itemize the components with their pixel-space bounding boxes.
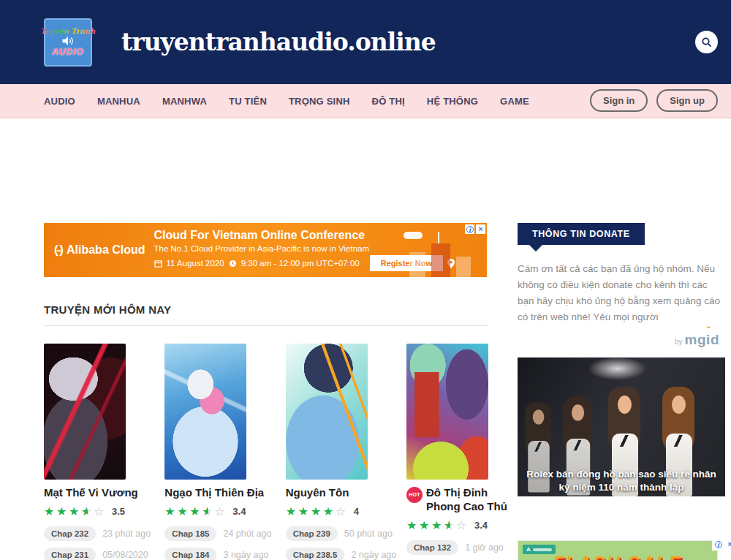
main-column: (-) Alibaba Cloud Cloud For Vietnam Onli… <box>44 223 488 560</box>
ad-close-icon[interactable]: × <box>725 540 731 549</box>
logo-text-audio: AUDIO <box>52 47 84 57</box>
chapter-row: Chap 184 3 ngày ago <box>164 548 281 560</box>
nav-items: AUDIO MANHUA MANHWA TU TIÊN TRỌNG SINH Đ… <box>44 94 529 107</box>
chapter-time: 23 phút ago <box>102 529 151 539</box>
star-icon: ★ <box>164 506 177 518</box>
mgid-logo[interactable]: mgidˇ <box>685 332 719 347</box>
ad-choice-controls: i × <box>712 538 731 550</box>
nav-item-tu-tiên[interactable]: TU TIÊN <box>229 96 267 107</box>
nav-item-manhwa[interactable]: MANHWA <box>162 96 207 107</box>
donate-ribbon: THÔNG TIN DONATE <box>518 223 645 245</box>
mgid-attribution: bymgidˇ <box>518 332 725 348</box>
comic-title[interactable]: Mạt Thế Vi Vương <box>44 486 155 500</box>
chapter-badge[interactable]: Chap 185 <box>164 526 216 541</box>
star-icon: ★ <box>286 506 298 518</box>
comic-title[interactable]: HOT Đô Thị Đỉnh Phong Cao Thủ <box>406 486 518 514</box>
banner-title: Cloud For Vietnam Online Conference <box>154 229 455 242</box>
star-rating: ★★★★☆☆ <box>406 519 469 532</box>
chapter-time: 50 phút ago <box>344 529 393 539</box>
comic-title-text: Ngạo Thị Thiên Địa <box>164 486 264 500</box>
banner-time: 9:30 am - 12:00 pm UTC+07:00 <box>241 259 360 268</box>
rating-row: ★★★★☆ 4 <box>286 505 395 518</box>
flash-sale-ad[interactable]: A i × FLASH SALE XEM NGAY <box>518 540 718 560</box>
sidebar: THÔNG TIN DONATE Cám ơn tất cả các bạn đ… <box>518 223 725 560</box>
site-logo[interactable]: Truyện Tranh AUDIO <box>44 18 92 67</box>
star-icon: ★ <box>431 520 444 531</box>
star-icon: ★ <box>69 506 81 518</box>
rating-value: 3.4 <box>232 506 246 517</box>
comic-title-text: Mạt Thế Vi Vương <box>44 486 138 500</box>
ad-close-icon[interactable]: × <box>476 224 485 234</box>
chapter-row: Chap 232 23 phút ago <box>44 526 161 541</box>
chapter-badge[interactable]: Chap 132 <box>406 540 458 555</box>
comic-title-text: Nguyên Tôn <box>286 486 349 500</box>
banner-ad[interactable]: (-) Alibaba Cloud Cloud For Vietnam Onli… <box>44 223 487 277</box>
rating-row: ★★★★☆☆ 3.4 <box>164 505 274 518</box>
nav-item-game[interactable]: GAME <box>500 96 529 107</box>
native-ad[interactable]: Rolex bán đồng hồ bản sao siêu rẻ nhân k… <box>518 357 725 496</box>
advertiser-name-blur <box>533 548 552 551</box>
star-icon: ★ <box>323 506 336 518</box>
comic-card: Mạt Thế Vi Vương ★★★★☆☆ 3.5 Chap 232 23 … <box>44 344 126 560</box>
rating-value: 3.5 <box>112 506 125 517</box>
banner-subtitle: The No.1 Cloud Provider in Asia-Pacific … <box>154 244 455 253</box>
chapter-badge[interactable]: Chap 184 <box>164 548 216 560</box>
nav-item-audio[interactable]: AUDIO <box>44 96 75 107</box>
star-icon: ★☆ <box>444 520 456 531</box>
rating-value: 4 <box>354 506 359 517</box>
sign-up-button[interactable]: Sign up <box>656 89 718 112</box>
comic-cover[interactable] <box>406 344 488 480</box>
star-icon: ★ <box>419 520 431 531</box>
chapter-list: Chap 132 1 giờ ago Chap 131 05/08/2020 <box>406 540 523 560</box>
chapter-time: 2 ngày ago <box>351 550 396 560</box>
mgid-accent-icon: ˇ <box>707 325 711 337</box>
calendar-icon <box>154 260 162 268</box>
ad-info-icon[interactable]: i <box>465 224 474 234</box>
chapter-row: Chap 231 05/08/2020 <box>44 548 161 560</box>
chapter-badge[interactable]: Chap 231 <box>44 548 96 560</box>
star-icon: ☆ <box>336 506 348 518</box>
main-nav: AUDIO MANHUA MANHWA TU TIÊN TRỌNG SINH Đ… <box>0 84 731 118</box>
chapter-badge[interactable]: Chap 238.5 <box>286 548 345 560</box>
comic-title[interactable]: Ngạo Thị Thiên Địa <box>164 486 276 500</box>
rating-row: ★★★★☆☆ 3.5 <box>44 505 154 518</box>
star-icon: ★☆ <box>81 506 94 518</box>
comic-title[interactable]: Nguyên Tôn <box>286 486 397 500</box>
site-title: truyentranhaudio.online <box>121 28 436 56</box>
chapter-list: Chap 239 50 phút ago Chap 238.5 2 ngày a… <box>286 526 403 560</box>
nav-item-manhua[interactable]: MANHUA <box>97 96 140 107</box>
comics-grid: Mạt Thế Vi Vương ★★★★☆☆ 3.5 Chap 232 23 … <box>44 344 488 560</box>
hot-badge: HOT <box>406 487 423 503</box>
register-now-button[interactable]: Register Now <box>370 255 443 271</box>
sign-in-button[interactable]: Sign in <box>590 89 648 112</box>
comic-cover[interactable] <box>164 344 246 480</box>
mgid-by-label: by <box>675 338 683 346</box>
star-icon: ☆ <box>214 506 227 518</box>
chapter-row: Chap 238.5 2 ngày ago <box>286 548 403 560</box>
chapter-time: 05/08/2020 <box>102 550 148 560</box>
search-icon <box>701 37 713 48</box>
star-rating: ★★★★☆☆ <box>44 505 106 518</box>
ad-info-icon[interactable]: i <box>713 540 723 549</box>
star-icon: ★ <box>56 506 69 518</box>
star-icon: ★☆ <box>202 506 214 518</box>
star-icon: ☆ <box>456 520 469 531</box>
content-area: (-) Alibaba Cloud Cloud For Vietnam Onli… <box>0 118 731 560</box>
banner-schedule: 11 August 2020 9:30 am - 12:00 pm UTC+07… <box>154 255 455 271</box>
nav-item-đô-thị[interactable]: ĐÔ THỊ <box>372 96 405 107</box>
comic-card: Nguyên Tôn ★★★★☆ 4 Chap 239 50 phút ago … <box>286 344 368 560</box>
donate-text: Cám ơn tất cả các bạn đã ủng hộ nhóm. Nế… <box>518 261 725 325</box>
comic-cover[interactable] <box>286 344 368 480</box>
search-button[interactable] <box>695 31 718 53</box>
chapter-badge[interactable]: Chap 239 <box>286 526 338 541</box>
star-icon: ★ <box>44 506 56 518</box>
banner-brand-name: Alibaba Cloud <box>67 243 145 257</box>
star-icon: ☆ <box>94 506 106 518</box>
star-icon: ★ <box>311 506 323 518</box>
nav-item-trọng-sinh[interactable]: TRỌNG SINH <box>289 96 350 107</box>
chapter-row: Chap 185 24 phút ago <box>164 526 281 541</box>
nav-item-hệ-thống[interactable]: HỆ THỐNG <box>427 96 478 107</box>
comic-cover[interactable] <box>44 344 126 480</box>
chapter-badge[interactable]: Chap 232 <box>44 526 96 541</box>
star-icon: ★ <box>406 520 419 531</box>
